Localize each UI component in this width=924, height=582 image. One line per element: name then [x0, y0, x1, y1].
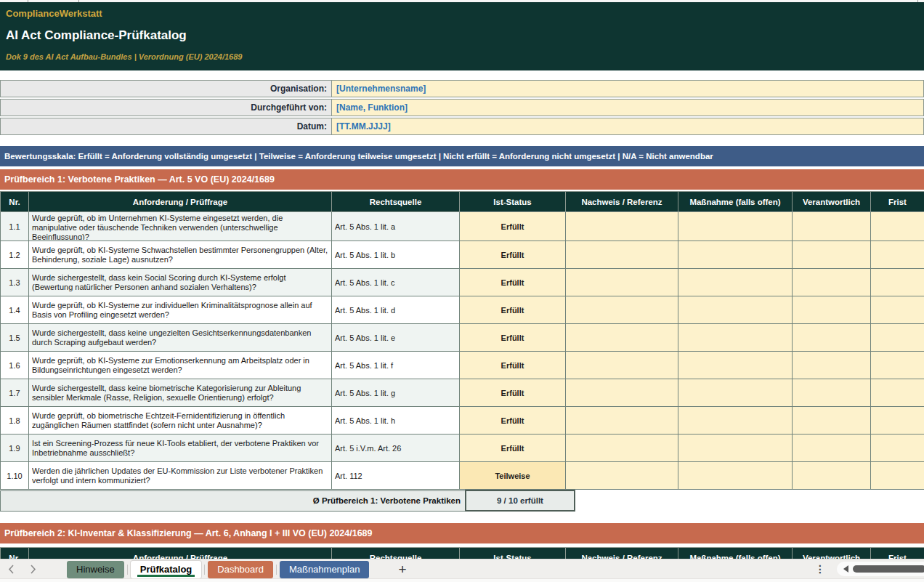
prev-sheet-arrow-icon[interactable]	[0, 562, 22, 577]
responsible-cell[interactable]	[793, 212, 871, 241]
conducted-by-field[interactable]: [Name, Funktion]	[331, 99, 924, 116]
measure-cell[interactable]	[678, 462, 793, 490]
question-cell[interactable]: Wurde sichergestellt, dass keine ungezie…	[29, 324, 332, 352]
question-cell[interactable]: Wurde geprüft, ob im Unternehmen KI-Syst…	[29, 212, 332, 241]
status-cell[interactable]: Teilweise	[460, 462, 566, 490]
form-row-conducted-by: Durchgeführt von: [Name, Funktion]	[0, 99, 924, 116]
row-number-cell[interactable]: 1.5	[1, 324, 29, 352]
row-number-cell[interactable]: 1.3	[1, 269, 29, 296]
evidence-cell[interactable]	[566, 462, 678, 490]
scrollbar-thumb[interactable]	[853, 565, 924, 573]
evidence-cell[interactable]	[566, 379, 678, 407]
responsible-cell[interactable]	[793, 241, 871, 269]
responsible-cell[interactable]	[793, 352, 871, 379]
evidence-cell[interactable]	[566, 241, 678, 269]
legal-source-cell[interactable]: Art. 5 Abs. 1 lit. b	[332, 241, 460, 269]
due-date-cell[interactable]	[871, 269, 924, 296]
responsible-cell[interactable]	[793, 296, 871, 324]
status-cell[interactable]: Erfüllt	[460, 241, 566, 269]
measure-cell[interactable]	[678, 269, 793, 296]
measure-cell[interactable]	[678, 212, 793, 241]
legal-source-cell[interactable]: Art. 5 Abs. 1 lit. g	[332, 379, 460, 407]
legal-source-cell[interactable]: Art. 112	[332, 462, 460, 490]
date-field[interactable]: [TT.MM.JJJJ]	[331, 118, 924, 135]
status-cell[interactable]: Erfüllt	[460, 324, 566, 352]
legal-source-cell[interactable]: Art. 5 i.V.m. Art. 26	[332, 435, 460, 462]
due-date-cell[interactable]	[871, 212, 924, 241]
meta-form: Organisation: [Unternehmensname] Durchge…	[0, 80, 924, 135]
question-cell[interactable]: Werden die jährlichen Updates der EU-Kom…	[29, 462, 332, 490]
row-number-cell[interactable]: 1.7	[1, 379, 29, 407]
measure-cell[interactable]	[678, 407, 793, 435]
status-cell[interactable]: Erfüllt	[460, 296, 566, 324]
responsible-cell[interactable]	[793, 435, 871, 462]
status-cell[interactable]: Erfüllt	[460, 379, 566, 407]
due-date-cell[interactable]	[871, 407, 924, 435]
organisation-field[interactable]: [Unternehmensname]	[331, 80, 924, 97]
question-cell[interactable]: Wurde geprüft, ob KI-Systeme zur Emotion…	[29, 352, 332, 379]
status-cell[interactable]: Erfüllt	[460, 212, 566, 241]
table-row: 1.1 Wurde geprüft, ob im Unternehmen KI-…	[1, 212, 924, 241]
responsible-cell[interactable]	[793, 324, 871, 352]
next-sheet-arrow-icon[interactable]	[22, 562, 44, 577]
tab-dashboard[interactable]: Dashboard	[208, 561, 273, 578]
row-number-cell[interactable]: 1.9	[1, 435, 29, 462]
organisation-label: Organisation:	[0, 80, 331, 97]
legal-source-cell[interactable]: Art. 5 Abs. 1 lit. h	[332, 407, 460, 435]
row-number-cell[interactable]: 1.4	[1, 296, 29, 324]
legal-source-cell[interactable]: Art. 5 Abs. 1 lit. d	[332, 296, 460, 324]
responsible-cell[interactable]	[793, 462, 871, 490]
evidence-cell[interactable]	[566, 435, 678, 462]
status-cell[interactable]: Erfüllt	[460, 407, 566, 435]
evidence-cell[interactable]	[566, 324, 678, 352]
row-number-cell[interactable]: 1.10	[1, 462, 29, 490]
question-cell[interactable]: Wurde sichergestellt, dass keine biometr…	[29, 379, 332, 407]
legal-source-cell[interactable]: Art. 5 Abs. 1 lit. a	[332, 212, 460, 241]
evidence-cell[interactable]	[566, 269, 678, 296]
due-date-cell[interactable]	[871, 324, 924, 352]
tab-massnahmenplan[interactable]: Maßnahmenplan	[280, 561, 370, 578]
responsible-cell[interactable]	[793, 407, 871, 435]
add-sheet-button[interactable]: +	[398, 562, 406, 576]
tab-hinweise[interactable]: Hinweise	[67, 561, 124, 578]
row-number-cell[interactable]: 1.1	[1, 212, 29, 241]
tab-separator	[276, 565, 277, 575]
measure-cell[interactable]	[678, 241, 793, 269]
question-cell[interactable]: Wurde geprüft, ob KI-Systeme zur individ…	[29, 296, 332, 324]
scroll-left-arrow-icon[interactable]	[843, 565, 848, 573]
question-cell[interactable]: Wurde geprüft, ob biometrische Echtzeit-…	[29, 407, 332, 435]
tab-pruefkatalog[interactable]: Prüfkatalog	[131, 561, 202, 578]
measure-cell[interactable]	[678, 324, 793, 352]
measure-cell[interactable]	[678, 379, 793, 407]
due-date-cell[interactable]	[871, 435, 924, 462]
responsible-cell[interactable]	[793, 269, 871, 296]
row-number-cell[interactable]: 1.2	[1, 241, 29, 269]
evidence-cell[interactable]	[566, 352, 678, 379]
tab-overflow-menu-icon[interactable]: ⋮	[815, 563, 825, 575]
question-cell[interactable]: Ist ein Screening-Prozess für neue KI-To…	[29, 435, 332, 462]
measure-cell[interactable]	[678, 352, 793, 379]
legal-source-cell[interactable]: Art. 5 Abs. 1 lit. c	[332, 269, 460, 296]
evidence-cell[interactable]	[566, 212, 678, 241]
legal-source-cell[interactable]: Art. 5 Abs. 1 lit. e	[332, 324, 460, 352]
due-date-cell[interactable]	[871, 241, 924, 269]
evidence-cell[interactable]	[566, 296, 678, 324]
due-date-cell[interactable]	[871, 462, 924, 490]
status-cell[interactable]: Erfüllt	[460, 269, 566, 296]
question-cell[interactable]: Wurde sichergestellt, dass kein Social S…	[29, 269, 332, 296]
responsible-cell[interactable]	[793, 379, 871, 407]
horizontal-scrollbar[interactable]	[837, 562, 924, 576]
due-date-cell[interactable]	[871, 296, 924, 324]
legal-source-cell[interactable]: Art. 5 Abs. 1 lit. f	[332, 352, 460, 379]
evidence-cell[interactable]	[566, 407, 678, 435]
status-cell[interactable]: Erfüllt	[460, 352, 566, 379]
due-date-cell[interactable]	[871, 379, 924, 407]
question-cell[interactable]: Wurde geprüft, ob KI-Systeme Schwachstel…	[29, 241, 332, 269]
row-number-cell[interactable]: 1.6	[1, 352, 29, 379]
row-number-cell[interactable]: 1.8	[1, 407, 29, 435]
table-row: 1.6 Wurde geprüft, ob KI-Systeme zur Emo…	[1, 352, 924, 379]
measure-cell[interactable]	[678, 435, 793, 462]
due-date-cell[interactable]	[871, 352, 924, 379]
measure-cell[interactable]	[678, 296, 793, 324]
status-cell[interactable]: Erfüllt	[460, 435, 566, 462]
